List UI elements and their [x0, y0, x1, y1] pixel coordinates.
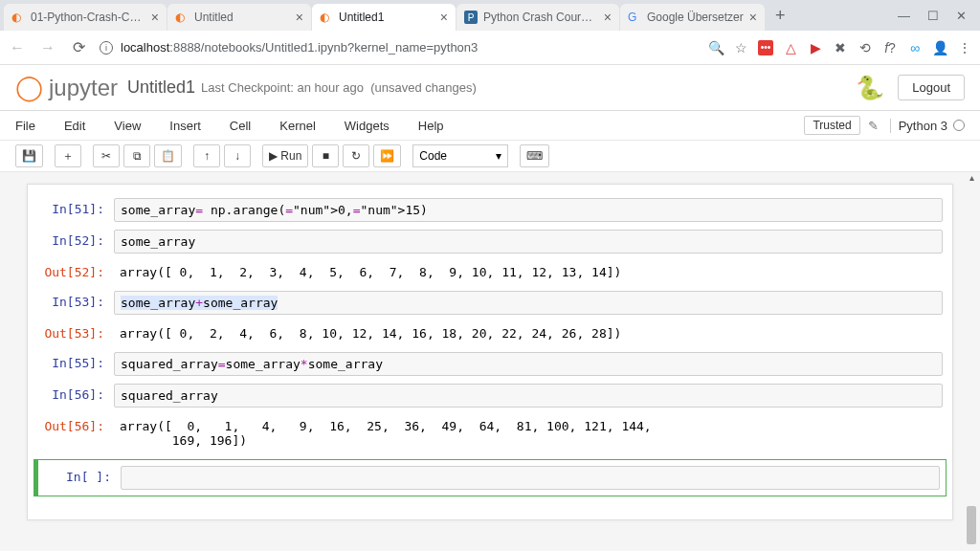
menu-cell[interactable]: Cell [230, 119, 251, 133]
extension-icon[interactable]: ••• [758, 40, 773, 55]
kernel-indicator[interactable]: Python 3 [890, 119, 965, 133]
restart-run-all-button[interactable]: ⏩ [373, 144, 401, 167]
zoom-icon[interactable]: 🔍 [708, 40, 724, 55]
url-host: localhost [121, 40, 169, 55]
close-tab-icon[interactable]: × [296, 10, 303, 25]
jupyter-favicon-icon: ◐ [11, 11, 25, 24]
tab-label: Untitled [194, 11, 290, 24]
browser-tab[interactable]: ◐01-Python-Crash-Course/× [4, 4, 167, 31]
forward-icon[interactable]: → [38, 39, 57, 56]
code-cell[interactable]: In[51]:some_array= np.arange(="num">0,="… [28, 194, 952, 226]
profile-icon[interactable]: 👤 [932, 40, 947, 55]
menu-file[interactable]: File [15, 119, 35, 133]
checkpoint-text: Last Checkpoint: an hour ago (unsaved ch… [201, 80, 477, 95]
menu-edit[interactable]: Edit [64, 119, 85, 133]
code-input[interactable]: some_array+some_array [114, 291, 943, 315]
extension-icon[interactable]: ▶ [808, 40, 823, 55]
code-input[interactable]: some_array [114, 230, 943, 253]
close-tab-icon[interactable]: × [151, 10, 159, 25]
notebook-header: ◯jupyter Untitled1 Last Checkpoint: an h… [0, 65, 980, 110]
browser-tab[interactable]: GGoogle Übersetzer× [620, 4, 765, 31]
browser-tab-active[interactable]: ◐Untitled1× [312, 4, 456, 31]
kernel-status-icon [953, 120, 965, 131]
code-cell[interactable]: In[55]:squared_array=some_array*some_arr… [28, 348, 952, 380]
interrupt-button[interactable]: ■ [312, 144, 339, 167]
menu-help[interactable]: Help [418, 119, 444, 133]
output-text: array([ 0, 1, 4, 9, 16, 25, 36, 49, 64, … [114, 415, 943, 452]
minimize-icon[interactable]: — [898, 9, 910, 23]
code-input[interactable]: some_array= np.arange(="num">0,="num">15… [114, 198, 943, 222]
menubar: File Edit View Insert Cell Kernel Widget… [0, 111, 980, 140]
python-logo-icon: 🐍 [856, 75, 884, 101]
code-cell[interactable]: In[53]:some_array+some_array [28, 287, 952, 319]
trusted-badge[interactable]: Trusted [804, 116, 859, 135]
output-prompt: Out[52]: [37, 261, 114, 283]
copy-button[interactable]: ⧉ [123, 144, 150, 167]
back-icon[interactable]: ← [8, 39, 27, 56]
notebook-title[interactable]: Untitled1 [127, 77, 195, 98]
celltype-value: Code [419, 149, 447, 163]
save-button[interactable]: 💾 [15, 144, 43, 167]
star-icon[interactable]: ☆ [733, 40, 748, 55]
extension-icon[interactable]: ∞ [907, 40, 923, 55]
run-button[interactable]: ▶ Run [262, 144, 308, 167]
close-tab-icon[interactable]: × [749, 10, 757, 25]
tab-label: 01-Python-Crash-Course/ [31, 11, 145, 24]
output-prompt: Out[53]: [37, 322, 114, 344]
menu-kernel[interactable]: Kernel [279, 119, 316, 133]
restart-button[interactable]: ↻ [343, 144, 369, 167]
paste-button[interactable]: 📋 [154, 144, 182, 167]
command-palette-button[interactable]: ⌨ [520, 144, 549, 167]
code-cell[interactable]: In[52]:some_array [28, 226, 952, 257]
google-translate-favicon-icon: G [628, 11, 641, 24]
close-tab-icon[interactable]: × [440, 10, 448, 25]
output-cell[interactable]: Out[52]:array([ 0, 1, 2, 3, 4, 5, 6, 7, … [28, 257, 952, 287]
browser-tab[interactable]: PPython Crash Course Exerc× [457, 4, 619, 31]
menu-view[interactable]: View [114, 119, 141, 133]
extension-icon[interactable]: f? [882, 40, 898, 55]
output-cell[interactable]: Out[53]:array([ 0, 2, 4, 6, 8, 10, 12, 1… [28, 319, 952, 348]
move-up-button[interactable]: ↑ [193, 144, 220, 167]
browser-tab[interactable]: ◐Untitled× [167, 4, 311, 31]
new-tab-button[interactable]: + [766, 6, 795, 26]
code-input[interactable] [121, 466, 940, 490]
url-path: :8888/notebooks/Untitled1.ipynb?kernel_n… [169, 40, 478, 55]
scrollbar[interactable]: ▴ [965, 172, 978, 551]
code-input[interactable]: squared_array=some_array*some_array [114, 352, 943, 376]
code-cell[interactable]: In[ ]: [33, 459, 947, 496]
reload-icon[interactable]: ⟳ [69, 38, 88, 56]
tab-label: Google Übersetzer [647, 11, 744, 24]
menu-icon[interactable]: ⋮ [957, 40, 972, 55]
input-prompt: In[56]: [37, 384, 114, 408]
browser-tab-strip: ◐01-Python-Crash-Course/× ◐Untitled× ◐Un… [0, 0, 980, 31]
code-cell[interactable]: In[56]:squared_array [28, 380, 952, 411]
site-info-icon[interactable]: i [100, 41, 113, 55]
extension-icon[interactable]: ⟲ [858, 40, 873, 55]
tab-label: Untitled1 [339, 11, 434, 24]
toolbar: 💾 ＋ ✂ ⧉ 📋 ↑ ↓ ▶ Run ■ ↻ ⏩ Code▾ ⌨ [0, 140, 980, 172]
url-field[interactable]: i localhost:8888/notebooks/Untitled1.ipy… [100, 40, 697, 55]
notebook-container: In[51]:some_array= np.arange(="num">0,="… [0, 172, 980, 551]
celltype-select[interactable]: Code▾ [412, 144, 508, 167]
move-down-button[interactable]: ↓ [224, 144, 251, 167]
logout-button[interactable]: Logout [898, 75, 965, 100]
pencil-icon[interactable]: ✎ [868, 119, 879, 133]
input-prompt: In[51]: [37, 198, 114, 222]
output-cell[interactable]: Out[56]:array([ 0, 1, 4, 9, 16, 25, 36, … [28, 411, 952, 455]
jupyter-logo[interactable]: ◯jupyter [15, 73, 118, 102]
menu-widgets[interactable]: Widgets [345, 119, 390, 133]
window-controls: — ☐ ✕ [898, 9, 976, 23]
cut-button[interactable]: ✂ [93, 144, 120, 167]
close-tab-icon[interactable]: × [604, 10, 612, 25]
scroll-thumb[interactable] [967, 506, 976, 544]
extension-icon[interactable]: △ [783, 40, 798, 55]
maximize-icon[interactable]: ☐ [927, 9, 939, 23]
close-window-icon[interactable]: ✕ [956, 9, 967, 23]
menu-insert[interactable]: Insert [169, 119, 201, 133]
extension-icon[interactable]: ✖ [833, 40, 848, 55]
scroll-up-icon[interactable]: ▴ [969, 172, 974, 183]
code-input[interactable]: squared_array [114, 384, 943, 408]
jupyter-favicon-icon: ◐ [320, 11, 333, 24]
add-cell-button[interactable]: ＋ [55, 144, 81, 167]
tab-label: Python Crash Course Exerc [483, 11, 598, 24]
